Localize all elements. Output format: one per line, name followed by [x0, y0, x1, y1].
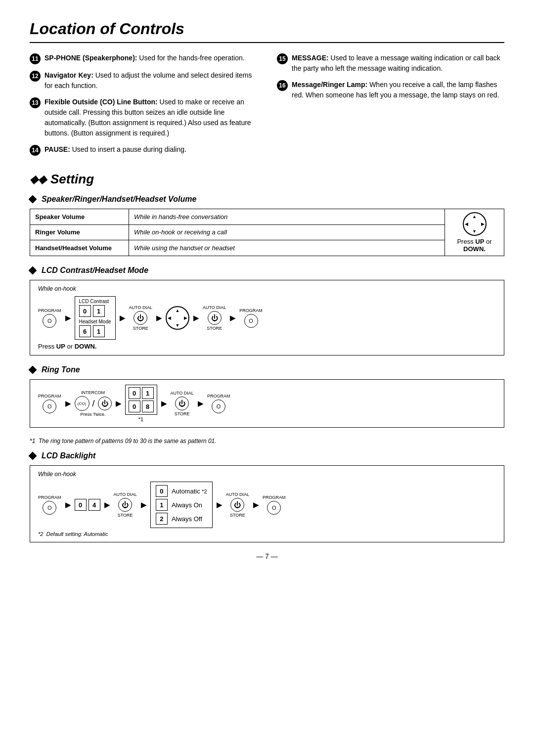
ring-program2-btn[interactable]: O [212, 400, 225, 413]
lcd-key-6[interactable]: 6 [79, 325, 91, 337]
backlight-row: PROGRAM O ▶ 0 4 ▶ AUTO DIAL ⏻ STORE ▶ [38, 482, 496, 528]
backlight-key-0[interactable]: 0 [75, 499, 87, 511]
ring-key-1[interactable]: 1 [142, 387, 154, 399]
items-section: 11 SP-PHONE (Speakerphone): Used for the… [30, 53, 504, 162]
lcd-contrast-diagram: While on-hook PROGRAM O ▶ LCD Contrast 0… [30, 280, 504, 356]
lcd-backlight-diagram: While on-hook PROGRAM O ▶ 0 4 ▶ AUTO DIA… [30, 465, 504, 542]
item-num: 16 [277, 80, 288, 91]
vol-nav-circle: ▲ ▼ ◀ ▶ [463, 212, 487, 236]
program2-btn[interactable]: O [244, 314, 258, 328]
lcd-key-row2: 6 1 [79, 325, 111, 337]
volume-diamond [29, 195, 37, 204]
item-text: MESSAGE: Used to leave a message waiting… [292, 53, 504, 74]
arr-left1: ◀ [168, 315, 171, 320]
vol-desc: While in hands-free conversation [129, 209, 445, 225]
arrow3: ▶ [156, 314, 162, 322]
option-label: Automatic *2 [172, 488, 207, 495]
autodial1-btn[interactable]: ⏻ [134, 311, 147, 325]
item-num: 13 [30, 97, 41, 108]
co-btn[interactable]: (CO) [75, 396, 89, 411]
lcd-key-1[interactable]: 1 [93, 305, 105, 317]
intercom-btn[interactable]: ⏻ [98, 397, 112, 410]
co-intercom-group: INTERCOM (CO) / ⏻ Press Twice. [75, 390, 112, 417]
ring-store-label: STORE [175, 411, 190, 416]
vol-desc: While on-hook or receiving a call [129, 224, 445, 240]
program-label: PROGRAM [38, 308, 61, 313]
table-row: Ringer Volume While on-hook or receiving… [30, 224, 504, 240]
table-row: Speaker Volume While in hands-free conve… [30, 209, 504, 225]
arr-down1: ▼ [175, 323, 179, 328]
item-text: SP-PHONE (Speakerphone): Used for the ha… [44, 53, 257, 63]
option-key[interactable]: 2 [156, 513, 168, 525]
ring-autodial-group: AUTO DIAL ⏻ STORE [171, 391, 194, 416]
setting-diamonds: ◆◆ [30, 173, 46, 186]
arrow2: ▶ [120, 314, 125, 322]
autodial1-label: AUTO DIAL [129, 305, 152, 310]
ring-program-group: PROGRAM O [38, 394, 61, 413]
slash: / [92, 399, 95, 409]
vol-desc: While using the handset or headset [129, 240, 445, 256]
backlight-key-4[interactable]: 4 [89, 499, 100, 511]
backlight-autodial2-label: AUTO DIAL [226, 492, 249, 497]
backlight-keys: 0 4 [75, 499, 100, 511]
ring-arrow1: ▶ [65, 400, 71, 407]
item-num: 14 [30, 145, 41, 156]
items-right: 15 MESSAGE: Used to leave a message wait… [277, 53, 504, 162]
ring-key-0[interactable]: 0 [129, 387, 140, 399]
ring-program-btn[interactable]: O [43, 400, 56, 413]
arr-right1: ▶ [184, 315, 187, 320]
backlight-program2-label: PROGRAM [263, 495, 286, 500]
backlight-program2-btn[interactable]: O [267, 501, 281, 515]
backlight-arrow4: ▶ [217, 501, 222, 509]
backlight-autodial2-btn[interactable]: ⏻ [230, 498, 244, 512]
arrow1: ▶ [65, 314, 71, 322]
ring-autodial-label: AUTO DIAL [171, 391, 194, 396]
backlight-program-btn[interactable]: O [43, 501, 56, 515]
option-label: Always Off [172, 515, 202, 523]
vol-label: Speaker Volume [30, 209, 129, 225]
ring-arrow4: ▶ [198, 400, 203, 407]
ring-tone-diagram: PROGRAM O ▶ INTERCOM (CO) / ⏻ Press Twic… [30, 379, 504, 428]
lcd-key-0[interactable]: 0 [79, 305, 91, 317]
autodial2-btn[interactable]: ⏻ [208, 311, 222, 325]
ring-key-0b[interactable]: 0 [129, 400, 140, 412]
lcd-contrast-subsection: LCD Contrast/Headset Mode While on-hook … [30, 266, 504, 356]
backlight-autodial-btn[interactable]: ⏻ [118, 498, 132, 512]
lcd-key-1b[interactable]: 1 [93, 325, 105, 337]
list-item: 13 Flexible Outside (CO) Line Button: Us… [30, 97, 257, 138]
ring-program2-label: PROGRAM [207, 394, 230, 399]
ring-key-8[interactable]: 8 [142, 400, 154, 412]
ring-keys-outer: 0 1 0 8 *1 [125, 385, 157, 422]
ring-tone-title: Ring Tone [30, 365, 504, 374]
backlight-store-label: STORE [118, 513, 133, 518]
store1-label: STORE [133, 326, 148, 331]
lcd-keys-group: LCD Contrast 0 1 Headset Mode 6 1 [75, 296, 116, 340]
program2-group: PROGRAM O [239, 308, 263, 328]
volume-title: Speaker/Ringer/Handset/Headset Volume [30, 195, 504, 204]
backlight-option: 2 Always Off [156, 513, 207, 525]
arrow4: ▶ [193, 314, 199, 322]
backlight-footnote: *2 Default setting: Automatic [38, 531, 496, 537]
ring-footnote-marker: *1 [30, 438, 35, 445]
page-number: — 7 — [30, 552, 504, 560]
vol-label: Handset/Headset Volume [30, 240, 129, 256]
backlight-program-group: PROGRAM O [38, 495, 61, 515]
lcd-backlight-title: LCD Backlight [30, 451, 504, 460]
item-text: Navigator Key: Used to adjust the volume… [44, 70, 257, 91]
program-btn[interactable]: O [43, 314, 56, 328]
option-key[interactable]: 1 [156, 499, 168, 511]
item-text: Flexible Outside (CO) Line Button: Used … [44, 97, 257, 138]
list-item: 11 SP-PHONE (Speakerphone): Used for the… [30, 53, 257, 64]
list-item: 14 PAUSE: Used to insert a pause during … [30, 144, 257, 156]
ring-autodial-btn[interactable]: ⏻ [175, 397, 189, 410]
backlight-autodial-label: AUTO DIAL [114, 492, 137, 497]
backlight-arrow1: ▶ [65, 501, 71, 509]
nav-cell: ▲ ▼ ◀ ▶ Press UP or DOWN. [445, 209, 504, 256]
autodial2-label: AUTO DIAL [203, 305, 226, 310]
ring-footnote-text: The ring tone pattern of patterns 09 to … [39, 438, 217, 445]
arr-up1: ▲ [175, 308, 179, 313]
ring-diamond [29, 366, 37, 374]
option-key[interactable]: 0 [156, 485, 168, 497]
vol-nav-arrows: ▲ ▼ ◀ ▶ [465, 214, 485, 234]
ring-tone-subsection: Ring Tone PROGRAM O ▶ INTERCOM (CO) / [30, 365, 504, 445]
